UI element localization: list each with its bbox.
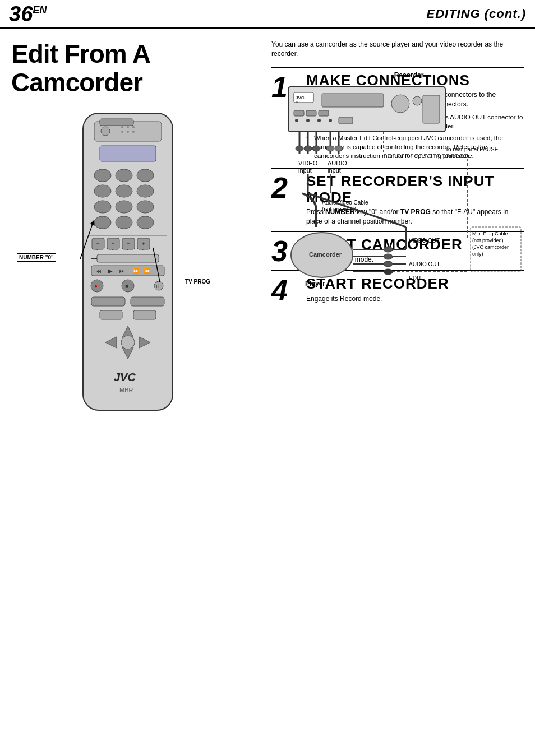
svg-text:MBR: MBR — [119, 387, 133, 393]
svg-text:-: - — [112, 247, 113, 252]
svg-text:⏩: ⏩ — [132, 267, 140, 275]
svg-text:+: + — [142, 241, 145, 247]
svg-rect-49 — [91, 297, 125, 306]
svg-point-2 — [101, 127, 110, 136]
svg-point-77 — [329, 119, 332, 122]
remote-illustration: NUMBER "0" TV PROG — [11, 108, 244, 433]
svg-rect-20 — [94, 216, 111, 229]
svg-text:input: input — [298, 167, 312, 174]
remote-svg: + + + + - - - - ⏮ ▶ ⏭ ⏩ ⏪ ● ■ II — [49, 108, 206, 433]
svg-rect-51 — [100, 310, 122, 319]
svg-text:M: M — [296, 101, 298, 104]
svg-rect-10 — [100, 146, 156, 161]
svg-point-5 — [127, 126, 129, 128]
svg-rect-36 — [97, 254, 159, 262]
svg-rect-17 — [94, 201, 111, 213]
svg-rect-11 — [94, 169, 111, 182]
svg-rect-67 — [322, 94, 384, 107]
svg-text:⏪: ⏪ — [144, 267, 151, 275]
svg-text:input: input — [328, 167, 341, 174]
svg-rect-72 — [306, 110, 316, 116]
svg-point-74 — [295, 119, 298, 122]
tv-prog-label: TV PROG — [185, 279, 210, 285]
svg-rect-21 — [116, 216, 132, 229]
svg-text:+: + — [112, 241, 114, 247]
svg-rect-71 — [294, 110, 304, 116]
svg-text:Mini-Plug Cable: Mini-Plug Cable — [472, 231, 508, 236]
recorder-label: Recorder — [294, 71, 524, 79]
svg-point-112 — [384, 261, 393, 267]
page-number: 36EN — [9, 3, 47, 25]
svg-text:(not provided): (not provided) — [322, 206, 357, 212]
svg-point-76 — [317, 119, 321, 122]
svg-text:-: - — [96, 247, 98, 252]
svg-rect-50 — [131, 297, 164, 306]
svg-point-109 — [384, 254, 393, 259]
svg-point-4 — [121, 126, 123, 128]
svg-text:Player: Player — [305, 280, 325, 287]
page-header: 36EN EDITING (cont.) — [0, 0, 535, 29]
main-title: Edit From A Camcorder — [11, 40, 244, 96]
svg-rect-3 — [100, 119, 133, 126]
svg-text:AUDIO OUT: AUDIO OUT — [409, 261, 440, 267]
right-column: You can use a camcorder as the source pl… — [260, 31, 535, 318]
svg-text:only): only) — [472, 251, 483, 257]
svg-rect-18 — [116, 201, 132, 213]
svg-text:II: II — [156, 284, 159, 289]
svg-text:-: - — [127, 247, 128, 252]
svg-rect-73 — [319, 110, 329, 116]
svg-text:⏭: ⏭ — [119, 268, 125, 274]
svg-text:▶: ▶ — [108, 268, 113, 274]
svg-text:VIDEO: VIDEO — [298, 160, 318, 166]
svg-point-57 — [121, 336, 135, 349]
svg-rect-52 — [133, 310, 156, 319]
svg-text:●: ● — [94, 283, 98, 289]
svg-point-8 — [127, 131, 129, 133]
svg-text:⏮: ⏮ — [96, 268, 102, 274]
svg-text:To rear panel PAUSE: To rear panel PAUSE — [445, 146, 499, 152]
svg-text:-: - — [142, 247, 144, 252]
svg-text:JVC: JVC — [296, 95, 305, 100]
svg-text:Camcorder: Camcorder — [309, 251, 342, 258]
svg-point-105 — [384, 247, 393, 252]
svg-text:+: + — [96, 241, 99, 247]
svg-text:■: ■ — [125, 283, 128, 289]
connection-diagram: Recorder JVC M — [260, 71, 535, 307]
svg-rect-12 — [116, 169, 132, 182]
svg-rect-22 — [137, 216, 154, 229]
svg-point-87 — [296, 146, 303, 151]
svg-text:AUDIO: AUDIO — [328, 160, 347, 166]
svg-point-89 — [312, 146, 320, 151]
svg-point-90 — [326, 146, 334, 151]
svg-point-9 — [132, 131, 135, 133]
svg-point-7 — [121, 131, 123, 133]
svg-rect-13 — [137, 169, 154, 182]
svg-rect-70 — [423, 95, 440, 123]
svg-point-68 — [391, 95, 409, 113]
svg-text:connector: connector — [445, 153, 471, 159]
svg-text:(not provided): (not provided) — [472, 238, 504, 243]
chapter-title: EDITING (cont.) — [426, 7, 526, 21]
diagram-svg: JVC M — [271, 81, 524, 305]
svg-point-116 — [384, 269, 393, 275]
svg-rect-15 — [116, 185, 132, 197]
svg-point-88 — [304, 146, 312, 151]
svg-text:VIDEO OUT: VIDEO OUT — [409, 238, 440, 244]
svg-point-75 — [306, 119, 310, 122]
svg-point-69 — [413, 96, 422, 105]
number-zero-label: NUMBER "0" — [17, 253, 56, 262]
svg-point-6 — [132, 126, 135, 128]
svg-rect-37 — [91, 266, 164, 276]
svg-rect-16 — [137, 185, 154, 197]
svg-text:(JVC camcorder: (JVC camcorder — [472, 244, 509, 250]
svg-text:EDIT: EDIT — [409, 275, 422, 281]
svg-text:+: + — [127, 241, 130, 247]
svg-rect-78 — [339, 117, 353, 124]
svg-rect-14 — [94, 185, 111, 197]
svg-rect-19 — [137, 201, 154, 213]
svg-point-91 — [335, 146, 343, 151]
svg-text:JVC: JVC — [114, 371, 136, 383]
intro-text: You can use a camcorder as the source pl… — [271, 40, 524, 59]
left-column: Edit From A Camcorder NUMBER "0" TV PROG — [0, 31, 255, 442]
